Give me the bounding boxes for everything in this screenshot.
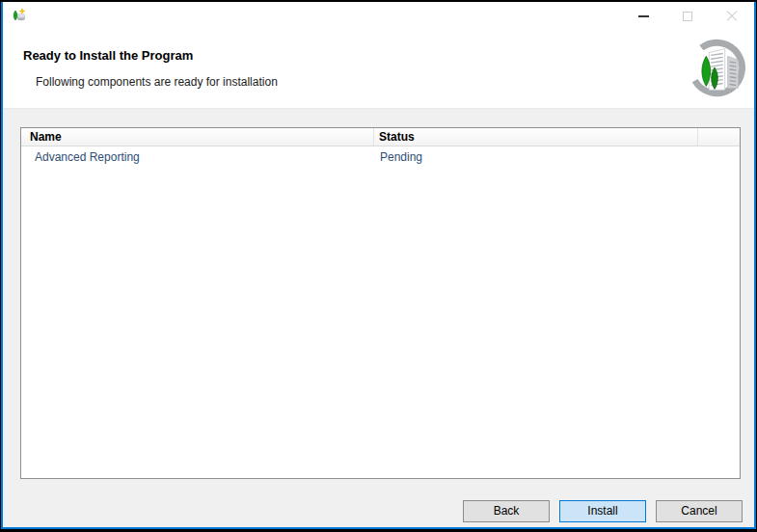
- close-icon: [726, 11, 738, 22]
- component-name: Advanced Reporting: [21, 147, 374, 169]
- page-title: Ready to Install the Program: [23, 48, 193, 63]
- app-icon: [12, 8, 27, 23]
- components-table: Name Status Advanced Reporting Pending: [20, 127, 741, 479]
- minimize-button[interactable]: [621, 2, 665, 30]
- maximize-button[interactable]: [665, 2, 710, 30]
- install-button[interactable]: Install: [559, 500, 646, 522]
- column-header-status[interactable]: Status: [374, 128, 698, 146]
- page-subtitle: Following components are ready for insta…: [36, 75, 278, 89]
- cancel-button[interactable]: Cancel: [656, 500, 743, 522]
- company-logo: [683, 36, 748, 101]
- wizard-header: Ready to Install the Program Following c…: [3, 30, 754, 109]
- installer-window: Ready to Install the Program Following c…: [0, 0, 757, 532]
- close-button[interactable]: [710, 2, 754, 30]
- table-row[interactable]: Advanced Reporting Pending: [21, 147, 740, 169]
- table-header: Name Status: [21, 128, 740, 146]
- minimize-icon: [638, 15, 649, 17]
- window-frame: Ready to Install the Program Following c…: [1, 2, 756, 529]
- component-status: Pending: [374, 147, 698, 169]
- column-header-spacer: [698, 128, 740, 146]
- maximize-icon: [683, 12, 692, 21]
- column-header-name[interactable]: Name: [21, 128, 374, 146]
- titlebar[interactable]: [3, 2, 754, 30]
- caption-buttons: [621, 2, 754, 30]
- back-button[interactable]: Back: [463, 500, 550, 522]
